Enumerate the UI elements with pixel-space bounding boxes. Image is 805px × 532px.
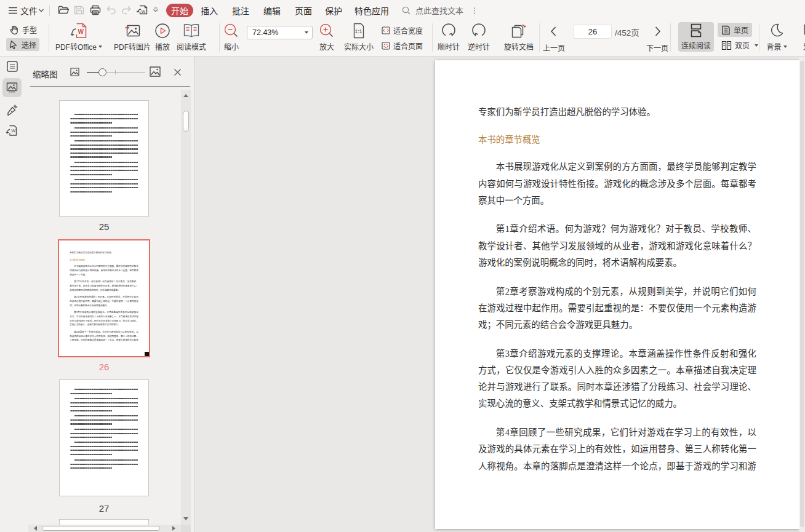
tab-home[interactable]: 开始 bbox=[166, 4, 193, 17]
slider-track bbox=[102, 72, 145, 73]
rotate-document-button[interactable]: 旋转文档 bbox=[500, 22, 537, 53]
document-viewer[interactable]: 专家们为新学员打造出超凡脱俗的学习体验。 本书的章节概览 本书展现游戏化从定义到… bbox=[194, 57, 805, 532]
previous-page-button[interactable] bbox=[548, 26, 559, 37]
panel-title: 缩略图 bbox=[33, 68, 58, 80]
pdf-to-image-button[interactable]: PDF转图片 bbox=[111, 22, 154, 53]
actual-size-button[interactable]: 1:1 实际大小 bbox=[344, 22, 374, 53]
divider bbox=[432, 23, 433, 52]
play-button[interactable]: 播放 bbox=[151, 22, 174, 53]
pdf-reader-window: 文件 W 开始 插入 批注 编辑 页面 保护 特色 bbox=[0, 0, 805, 532]
save-icon[interactable] bbox=[74, 0, 84, 20]
print-icon[interactable] bbox=[90, 0, 101, 20]
word-pick-button[interactable]: 划词 bbox=[795, 22, 805, 53]
thumbnail-page-27[interactable] bbox=[59, 379, 149, 496]
pen-icon bbox=[6, 105, 18, 117]
thumbnail-page-number: 27 bbox=[59, 503, 149, 514]
tab-insert[interactable]: 插入 bbox=[194, 0, 225, 20]
search-placeholder: 点此查找文本 bbox=[415, 4, 463, 16]
toolbar-collapse-icon[interactable] bbox=[153, 0, 159, 20]
file-menu-chevron-icon[interactable] bbox=[38, 0, 44, 20]
divider bbox=[49, 23, 49, 52]
scroll-left-icon[interactable] bbox=[34, 526, 37, 531]
rotate-document-icon bbox=[510, 23, 527, 39]
text-line: 内容如何与游戏设计特性衔接。游戏化的概念涉及多个层面。每章都考 bbox=[478, 176, 756, 193]
thumbnail-selection-handle[interactable] bbox=[145, 352, 149, 356]
outline-panel-button[interactable] bbox=[2, 57, 22, 76]
thumbnail-page-partial[interactable] bbox=[59, 519, 149, 525]
single-page-button[interactable]: 单页 bbox=[718, 23, 752, 37]
export-word-icon[interactable]: W bbox=[137, 0, 148, 20]
total-pages-label: /452页 bbox=[615, 25, 639, 39]
reading-mode-icon bbox=[183, 23, 200, 39]
double-page-button[interactable]: 双页 bbox=[718, 38, 762, 52]
redo-icon[interactable] bbox=[121, 0, 132, 20]
scroll-down-icon[interactable] bbox=[183, 517, 188, 520]
text-line: 专家们为新学员打造出超凡脱俗的学习体验。 bbox=[478, 104, 756, 121]
scroll-up-icon[interactable] bbox=[183, 94, 188, 97]
viewer-scrollbar[interactable] bbox=[799, 57, 805, 532]
undo-icon[interactable] bbox=[106, 0, 116, 20]
divider bbox=[759, 23, 759, 52]
rotate-clockwise-button[interactable]: 顺时针 bbox=[434, 22, 463, 53]
fit-page-button[interactable]: 适合页面 bbox=[378, 39, 426, 52]
zoom-in-button[interactable]: 放大 bbox=[316, 22, 338, 53]
zoom-level-combobox[interactable]: 72.43% bbox=[247, 26, 313, 39]
thumbnail-larger-icon[interactable] bbox=[150, 66, 161, 77]
tab-edit[interactable]: 编辑 bbox=[257, 0, 287, 20]
slider-handle[interactable] bbox=[98, 68, 106, 76]
open-file-icon[interactable] bbox=[58, 0, 70, 20]
search-box[interactable]: 点此查找文本 ⋮ bbox=[402, 0, 478, 20]
sidebar-icon-rail: W bbox=[0, 57, 28, 532]
text-line: 人称视角。本章的落脚点是澄清这样一个论点，即基于游戏的学习和游 bbox=[478, 458, 756, 475]
panel-horizontal-scrollbar[interactable] bbox=[28, 525, 181, 532]
search-icon bbox=[402, 6, 411, 15]
tab-comment[interactable]: 批注 bbox=[225, 0, 256, 20]
previous-page-label[interactable]: 上一页 bbox=[535, 42, 572, 53]
reading-mode-button[interactable]: 阅读模式 bbox=[174, 22, 209, 53]
search-more-icon[interactable]: ⋮ bbox=[471, 6, 478, 15]
select-tool-button[interactable]: 选择 bbox=[6, 38, 39, 51]
tab-page[interactable]: 页面 bbox=[288, 0, 319, 20]
scrollbar-corner bbox=[181, 525, 191, 532]
hamburger-menu-icon[interactable] bbox=[8, 0, 18, 20]
annotation-panel-button[interactable] bbox=[2, 101, 22, 120]
thumbnail-page-26-selected[interactable]: 专家们为新学员打造出超凡脱俗的学习体验。 本书的章节概览 本书展现游戏化从定义到… bbox=[58, 239, 150, 357]
double-page-icon bbox=[721, 41, 732, 50]
file-menu[interactable]: 文件 bbox=[20, 0, 38, 20]
tab-protect[interactable]: 保护 bbox=[318, 0, 349, 20]
scrollbar-thumb[interactable] bbox=[42, 526, 160, 531]
scrollbar-thumb[interactable] bbox=[183, 111, 189, 132]
thumbnail-size-slider[interactable] bbox=[87, 71, 145, 73]
scroll-right-icon[interactable] bbox=[172, 526, 175, 531]
next-page-button[interactable] bbox=[652, 26, 663, 37]
thumbnails-panel-button[interactable] bbox=[2, 78, 22, 97]
chevron-right-icon bbox=[652, 26, 663, 37]
thumbnail-page-number: 25 bbox=[59, 221, 149, 232]
hand-tool-button[interactable]: 手型 bbox=[6, 23, 40, 36]
zoom-level-value: 72.43% bbox=[247, 28, 301, 37]
current-page-input[interactable]: 26 bbox=[574, 25, 612, 39]
panel-vertical-scrollbar[interactable] bbox=[181, 90, 191, 525]
text-line: 游戏化的案例说明概念的同时，将术语解构成要素。 bbox=[478, 255, 756, 271]
text-line: 方式，它仅仅是令游戏引人入胜的众多因素之一。本章描述自我决定理 bbox=[478, 362, 756, 379]
tab-special-features[interactable]: 特色应用 bbox=[353, 0, 391, 20]
dropdown-caret-icon bbox=[98, 46, 102, 48]
continuous-reading-button[interactable]: 连续阅读 bbox=[678, 22, 714, 52]
slider-midpoint-tick bbox=[115, 70, 116, 74]
rotate-counterclockwise-button[interactable]: 逆时针 bbox=[464, 22, 494, 53]
zoom-dropdown-icon[interactable] bbox=[301, 31, 312, 34]
fit-width-button[interactable]: 适合宽度 bbox=[378, 24, 426, 37]
thumbnail-page-25[interactable] bbox=[59, 100, 149, 216]
pdf-to-office-button[interactable]: W PDF转Office bbox=[52, 22, 106, 53]
pdf-page[interactable]: 专家们为新学员打造出超凡脱俗的学习体验。 本书的章节概览 本书展现游戏化从定义到… bbox=[435, 60, 799, 529]
thumbnail-smaller-icon[interactable] bbox=[70, 68, 79, 76]
background-button[interactable]: 背景 bbox=[763, 22, 790, 53]
chevron-left-icon bbox=[548, 26, 559, 37]
zoom-out-button[interactable]: 缩小 bbox=[220, 22, 242, 53]
text-line: 教学设计者、其他学习发展领域的从业者，游戏和游戏化意味着什么？ bbox=[478, 238, 756, 255]
fit-page-icon bbox=[382, 42, 390, 50]
export-panel-button[interactable]: W bbox=[2, 121, 22, 140]
zoom-in-icon bbox=[319, 23, 335, 39]
close-panel-icon[interactable] bbox=[174, 68, 182, 76]
scrollbar-thumb[interactable] bbox=[800, 61, 804, 527]
